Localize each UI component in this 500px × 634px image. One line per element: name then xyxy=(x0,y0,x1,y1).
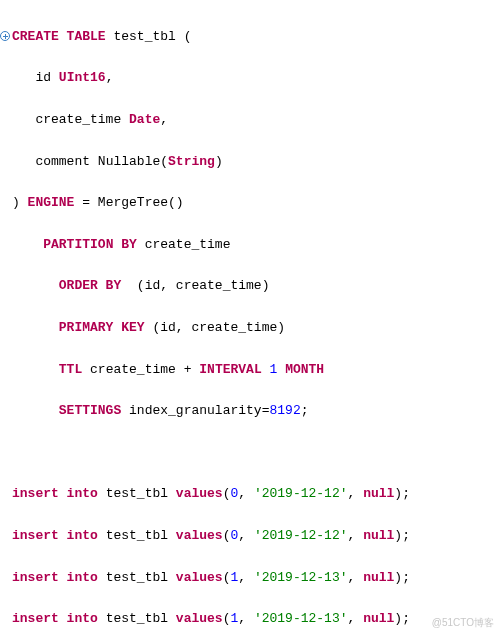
column-id: id xyxy=(35,70,51,85)
keyword-engine: ENGINE xyxy=(28,195,75,210)
watermark: @51CTO博客 xyxy=(432,616,494,630)
keyword-primary-key: PRIMARY KEY xyxy=(59,320,145,335)
ttl-column: create_time xyxy=(90,362,176,377)
insert-line-2: insert into test_tbl values(1, '2019-12-… xyxy=(12,568,496,589)
keyword-settings: SETTINGS xyxy=(59,403,121,418)
keyword-nullable: Nullable xyxy=(98,154,160,169)
keyword-partition-by: PARTITION BY xyxy=(43,237,137,252)
insert-line-1: insert into test_tbl values(0, '2019-12-… xyxy=(12,526,496,547)
settings-value: 8192 xyxy=(269,403,300,418)
pk-expr: (id, create_time) xyxy=(152,320,285,335)
type-date: Date xyxy=(129,112,160,127)
keyword-ttl: TTL xyxy=(59,362,82,377)
table-name: test_tbl xyxy=(113,29,175,44)
sql-editor[interactable]: CREATE TABLE test_tbl ( id UInt16, creat… xyxy=(0,0,500,634)
column-create-time: create_time xyxy=(35,112,121,127)
orderby-expr: (id, create_time) xyxy=(137,278,270,293)
partition-expr: create_time xyxy=(145,237,231,252)
ttl-number: 1 xyxy=(270,362,278,377)
collapse-icon[interactable] xyxy=(0,31,10,41)
type-uint16: UInt16 xyxy=(59,70,106,85)
type-string: String xyxy=(168,154,215,169)
insert-line-0: insert into test_tbl values(0, '2019-12-… xyxy=(12,484,496,505)
engine-name: MergeTree xyxy=(98,195,168,210)
settings-key: index_granularity xyxy=(129,403,262,418)
keyword-interval: INTERVAL xyxy=(199,362,261,377)
keyword-create-table: CREATE TABLE xyxy=(12,29,106,44)
column-comment: comment xyxy=(35,154,90,169)
keyword-order-by: ORDER BY xyxy=(59,278,121,293)
keyword-month: MONTH xyxy=(285,362,324,377)
insert-line-3: insert into test_tbl values(1, '2019-12-… xyxy=(12,609,496,630)
